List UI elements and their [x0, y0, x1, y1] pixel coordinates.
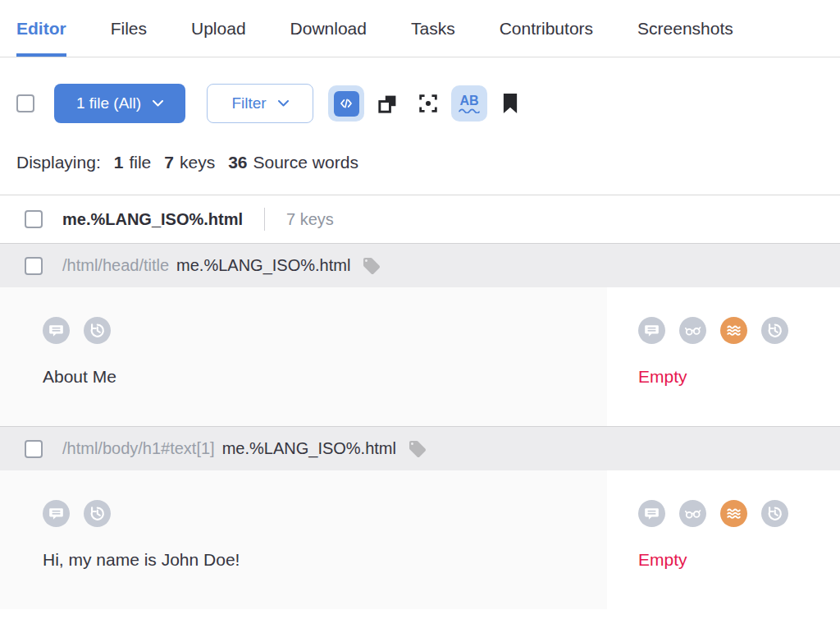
- review-glasses-icon[interactable]: [679, 500, 706, 527]
- comment-icon[interactable]: [638, 317, 665, 344]
- source-panel[interactable]: About Me: [0, 287, 607, 426]
- target-empty-text[interactable]: Empty: [638, 367, 840, 387]
- toolbar: 1 file (All) Filter AB: [0, 84, 840, 123]
- comment-icon[interactable]: [638, 500, 665, 527]
- target-badges: [638, 500, 840, 527]
- stat-keys-label: keys: [180, 153, 215, 172]
- translation-row: About Me Empty: [0, 287, 840, 426]
- bookmark-icon[interactable]: [492, 84, 528, 123]
- stat-keys-count: 7: [164, 153, 174, 172]
- displaying-summary: Displaying: 1 file 7 keys 36 Source word…: [0, 153, 840, 172]
- key-filename: me.%LANG_ISO%.html: [222, 439, 396, 458]
- fuzzy-waves-icon[interactable]: [720, 317, 747, 344]
- key-path: /html/body/h1#text[1]: [62, 439, 215, 458]
- source-panel[interactable]: Hi, my name is John Doe!: [0, 470, 607, 609]
- stat-files-count: 1: [114, 153, 124, 172]
- file-selector-button[interactable]: 1 file (All): [54, 84, 185, 123]
- spellcheck-ab-icon[interactable]: AB: [451, 84, 487, 123]
- target-panel[interactable]: Empty: [607, 287, 840, 426]
- target-panel[interactable]: Empty: [607, 470, 840, 609]
- source-text: About Me: [43, 367, 607, 387]
- history-icon[interactable]: [761, 317, 788, 344]
- code-brackets-icon: [334, 91, 359, 117]
- summary-prefix: Displaying:: [16, 153, 101, 172]
- review-glasses-icon[interactable]: [679, 317, 706, 344]
- tab-upload[interactable]: Upload: [191, 0, 246, 57]
- history-icon[interactable]: [84, 500, 111, 527]
- file-selector-label: 1 file (All): [76, 94, 141, 112]
- key-header-row: /html/body/h1#text[1] me.%LANG_ISO%.html: [0, 426, 840, 470]
- ab-icon-label: AB: [459, 94, 478, 108]
- chevron-down-icon: [153, 100, 163, 107]
- target-badges: [638, 317, 840, 344]
- target-empty-text[interactable]: Empty: [638, 550, 840, 570]
- filter-button[interactable]: Filter: [207, 84, 313, 123]
- key-path: /html/head/title: [62, 256, 169, 275]
- chevron-down-icon: [278, 100, 289, 107]
- comment-icon[interactable]: [43, 500, 70, 527]
- code-view-icon[interactable]: [328, 84, 364, 123]
- tab-tasks[interactable]: Tasks: [411, 0, 455, 57]
- spellcheck-ab-pill: AB: [451, 85, 487, 122]
- toolbar-icon-group: AB: [328, 84, 528, 123]
- select-all-checkbox[interactable]: [16, 94, 34, 112]
- stat-words-count: 36: [228, 153, 247, 172]
- stat-words-label: Source words: [253, 153, 358, 172]
- code-view-pill: [328, 85, 364, 122]
- tab-files[interactable]: Files: [111, 0, 147, 57]
- file-name: me.%LANG_ISO%.html: [62, 210, 243, 229]
- tab-download[interactable]: Download: [290, 0, 367, 57]
- file-checkbox[interactable]: [25, 210, 43, 228]
- divider: [264, 208, 265, 231]
- key-checkbox[interactable]: [25, 257, 43, 275]
- fuzzy-waves-icon[interactable]: [720, 500, 747, 527]
- key-filename: me.%LANG_ISO%.html: [176, 256, 350, 275]
- source-badges: [43, 317, 607, 344]
- tag-icon[interactable]: [362, 256, 381, 276]
- history-icon[interactable]: [761, 500, 788, 527]
- tab-contributors[interactable]: Contributors: [500, 0, 593, 57]
- tab-screenshots[interactable]: Screenshots: [637, 0, 733, 57]
- top-nav: Editor Files Upload Download Tasks Contr…: [0, 0, 840, 57]
- file-row: me.%LANG_ISO%.html 7 keys: [0, 195, 840, 243]
- focus-mode-icon[interactable]: [410, 84, 446, 123]
- source-badges: [43, 500, 607, 527]
- source-text: Hi, my name is John Doe!: [43, 550, 607, 570]
- file-keys-count: 7 keys: [286, 210, 334, 229]
- filter-label: Filter: [231, 94, 266, 112]
- comment-icon[interactable]: [43, 317, 70, 344]
- translation-row: Hi, my name is John Doe! Empty: [0, 470, 840, 609]
- tag-icon[interactable]: [408, 439, 427, 459]
- history-icon[interactable]: [84, 317, 111, 344]
- key-header-row: /html/head/title me.%LANG_ISO%.html: [0, 243, 840, 287]
- stat-files-label: file: [129, 153, 151, 172]
- key-checkbox[interactable]: [25, 440, 43, 458]
- tab-editor[interactable]: Editor: [16, 0, 66, 57]
- duplicate-icon[interactable]: [369, 84, 405, 123]
